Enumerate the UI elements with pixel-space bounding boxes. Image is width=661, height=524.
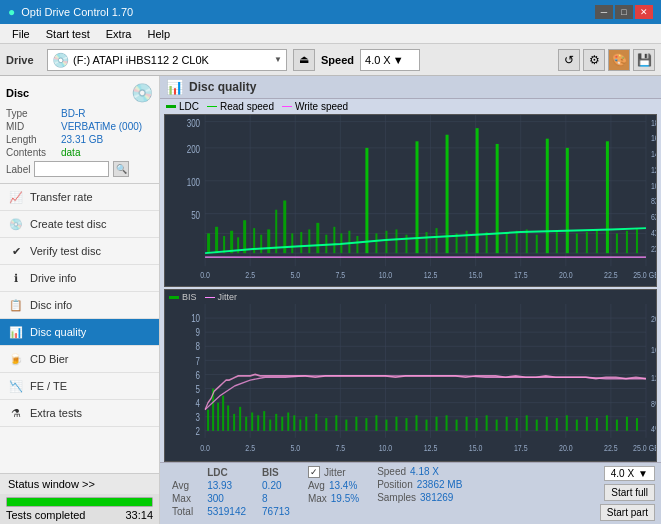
nav-item-verify-test-disc[interactable]: ✔Verify test disc <box>0 238 159 265</box>
color-button[interactable]: 🎨 <box>608 49 630 71</box>
svg-text:8X: 8X <box>651 197 656 207</box>
svg-text:20.0: 20.0 <box>559 441 573 453</box>
nav-label-fe-te: FE / TE <box>30 380 67 392</box>
svg-rect-43 <box>215 227 218 253</box>
svg-text:15.0: 15.0 <box>469 270 483 280</box>
svg-text:9: 9 <box>196 326 200 339</box>
svg-rect-167 <box>436 417 438 431</box>
svg-rect-163 <box>395 417 397 431</box>
speed-select-box[interactable]: 4.0 X ▼ <box>604 466 655 481</box>
minimize-button[interactable]: ─ <box>595 5 613 19</box>
time-display: 33:14 <box>125 509 153 521</box>
nav-items: 📈Transfer rate💿Create test disc✔Verify t… <box>0 184 159 427</box>
svg-rect-144 <box>245 417 247 431</box>
svg-rect-176 <box>526 415 528 431</box>
nav-icon-drive-info: ℹ <box>8 270 24 286</box>
svg-text:12.5: 12.5 <box>424 270 438 280</box>
close-button[interactable]: ✕ <box>635 5 653 19</box>
type-value: BD-R <box>61 108 85 119</box>
svg-rect-62 <box>365 148 368 253</box>
nav-item-disc-info[interactable]: 📋Disc info <box>0 292 159 319</box>
svg-rect-162 <box>385 420 387 431</box>
total-ldc: 5319142 <box>199 505 254 518</box>
start-part-button[interactable]: Start part <box>600 504 655 521</box>
svg-rect-157 <box>335 415 337 431</box>
nav-icon-transfer-rate: 📈 <box>8 189 24 205</box>
title-bar-controls: ─ □ ✕ <box>595 5 653 19</box>
svg-text:10.0: 10.0 <box>379 270 393 280</box>
stats-table: LDC BIS Avg 13.93 0.20 Max 300 8 Total 5… <box>166 466 298 518</box>
write-legend-color <box>282 106 292 107</box>
menu-help[interactable]: Help <box>139 27 178 41</box>
svg-text:18X: 18X <box>651 118 656 128</box>
speed-selector[interactable]: 4.0 X ▼ <box>360 49 420 71</box>
refresh-button[interactable]: ↺ <box>558 49 580 71</box>
avg-ldc: 13.93 <box>199 479 254 492</box>
drive-bar: Drive 💿 (F:) ATAPI iHBS112 2 CL0K ▼ ⏏ Sp… <box>0 44 661 76</box>
title-bar: ● Opti Drive Control 1.70 ─ □ ✕ <box>0 0 661 24</box>
progress-fill <box>7 498 152 506</box>
status-window-label: Status window >> <box>8 478 95 490</box>
svg-text:5: 5 <box>196 382 201 395</box>
maximize-button[interactable]: □ <box>615 5 633 19</box>
disc-quality-title: Disc quality <box>189 80 256 94</box>
svg-rect-79 <box>536 235 538 253</box>
svg-rect-175 <box>516 418 518 431</box>
menu-extra[interactable]: Extra <box>98 27 140 41</box>
svg-rect-186 <box>626 417 628 431</box>
svg-text:17.5: 17.5 <box>514 441 528 453</box>
svg-text:100: 100 <box>187 177 200 188</box>
nav-item-drive-info[interactable]: ℹDrive info <box>0 265 159 292</box>
nav-item-create-test-disc[interactable]: 💿Create test disc <box>0 211 159 238</box>
svg-text:8: 8 <box>196 340 200 353</box>
speed-select-val: 4.0 X <box>611 468 634 479</box>
svg-text:22.5: 22.5 <box>604 441 618 453</box>
status-bar: Tests completed 33:14 <box>0 494 159 524</box>
svg-rect-84 <box>586 232 588 253</box>
menu-bar: File Start test Extra Help <box>0 24 661 44</box>
svg-rect-49 <box>260 235 262 253</box>
svg-text:2: 2 <box>196 425 200 438</box>
settings-button[interactable]: ⚙ <box>583 49 605 71</box>
nav-item-extra-tests[interactable]: ⚗Extra tests <box>0 400 159 427</box>
jitter-checkbox[interactable]: ✓ <box>308 466 320 478</box>
position-label: Position <box>377 479 413 490</box>
nav-label-disc-info: Disc info <box>30 299 72 311</box>
nav-item-transfer-rate[interactable]: 📈Transfer rate <box>0 184 159 211</box>
svg-rect-159 <box>355 417 357 431</box>
eject-button[interactable]: ⏏ <box>293 49 315 71</box>
svg-rect-139 <box>217 403 219 431</box>
svg-rect-169 <box>456 420 458 431</box>
svg-rect-151 <box>287 413 289 431</box>
nav-item-fe-te[interactable]: 📉FE / TE <box>0 373 159 400</box>
nav-item-disc-quality[interactable]: 📊Disc quality <box>0 319 159 346</box>
svg-text:2.5: 2.5 <box>245 270 255 280</box>
start-full-button[interactable]: Start full <box>604 484 655 501</box>
svg-text:2X: 2X <box>651 244 656 254</box>
label-input[interactable] <box>34 161 109 177</box>
speed-dropdown-arrow: ▼ <box>393 54 404 66</box>
menu-start-test[interactable]: Start test <box>38 27 98 41</box>
drive-selector[interactable]: 💿 (F:) ATAPI iHBS112 2 CL0K ▼ <box>47 49 287 71</box>
svg-rect-171 <box>476 418 478 431</box>
svg-text:12%: 12% <box>651 372 656 384</box>
label-search-button[interactable]: 🔍 <box>113 161 129 177</box>
disc-quality-icon: 📊 <box>166 79 183 95</box>
svg-rect-173 <box>496 420 498 431</box>
svg-rect-154 <box>305 417 307 431</box>
menu-file[interactable]: File <box>4 27 38 41</box>
avg-label: Avg <box>166 479 199 492</box>
save-button[interactable]: 💾 <box>633 49 655 71</box>
svg-rect-56 <box>316 223 319 253</box>
contents-value: data <box>61 147 80 158</box>
svg-rect-85 <box>596 229 598 253</box>
svg-text:0.0: 0.0 <box>200 270 210 280</box>
nav-item-cd-bier[interactable]: 🍺CD Bier <box>0 346 159 373</box>
svg-rect-76 <box>506 233 508 253</box>
svg-rect-42 <box>207 233 210 253</box>
speed-stats-section: Speed 4.18 X Position 23862 MB Samples 3… <box>377 466 462 503</box>
speed-stat-label: Speed <box>377 466 406 477</box>
status-window-button[interactable]: Status window >> <box>0 474 159 494</box>
read-legend-color <box>207 106 217 107</box>
eject-icon: ⏏ <box>299 53 309 66</box>
